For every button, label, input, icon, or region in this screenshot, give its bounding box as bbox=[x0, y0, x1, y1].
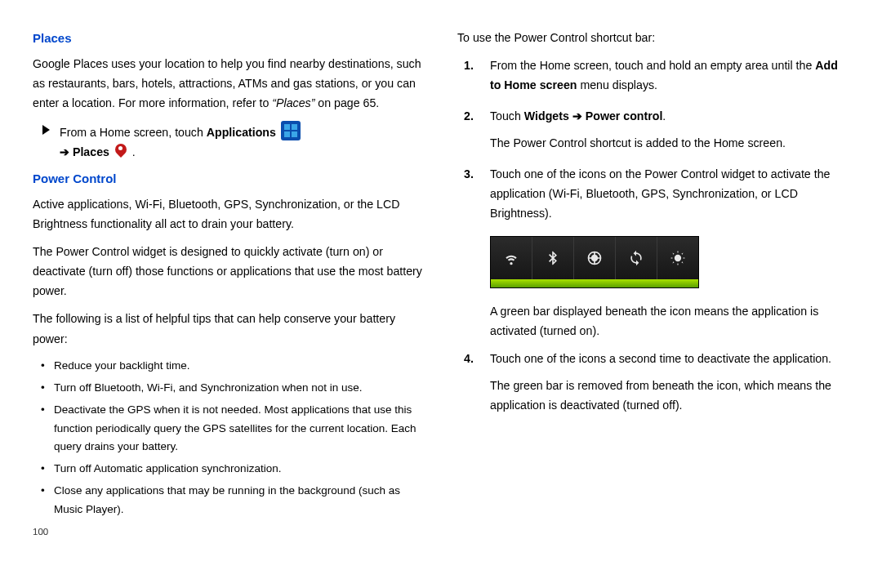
heading-power-control: Power Control bbox=[33, 168, 425, 189]
step-4: 4. Touch one of the icons a second time … bbox=[457, 349, 849, 414]
right-column: To use the Power Control shortcut bar: 1… bbox=[457, 24, 849, 541]
left-column: Places Google Places uses your location … bbox=[33, 24, 425, 541]
page-number: 100 bbox=[33, 524, 425, 541]
step-2: 2. Touch Widgets ➔ Power control. The Po… bbox=[457, 106, 849, 152]
tip-item: Turn off Bluetooth, Wi-Fi, and Synchroni… bbox=[33, 379, 425, 398]
pc-paragraph-3: The following is a list of helpful tips … bbox=[33, 309, 425, 348]
pc-use-intro: To use the Power Control shortcut bar: bbox=[457, 28, 849, 47]
applications-icon bbox=[281, 121, 301, 140]
step-1: 1. From the Home screen, touch and hold … bbox=[457, 56, 849, 95]
tip-item: Deactivate the GPS when it is not needed… bbox=[33, 401, 425, 457]
places-paragraph: Google Places uses your location to help… bbox=[33, 54, 425, 113]
places-step: From a Home screen, touch Applications ➔… bbox=[42, 121, 425, 162]
steps-list: 1. From the Home screen, touch and hold … bbox=[457, 56, 849, 223]
bluetooth-toggle[interactable] bbox=[532, 237, 574, 279]
sync-toggle[interactable] bbox=[616, 237, 657, 279]
heading-places: Places bbox=[33, 28, 425, 49]
brightness-toggle[interactable] bbox=[657, 237, 698, 279]
tips-list: Reduce your backlight time. Turn off Blu… bbox=[33, 357, 425, 520]
tip-item: Close any applications that may be runni… bbox=[33, 482, 425, 519]
gps-toggle[interactable] bbox=[574, 237, 616, 279]
step-3-note: A green bar displayed beneath the icon m… bbox=[490, 301, 849, 341]
power-control-widget bbox=[490, 236, 699, 288]
step-3: 3. Touch one of the icons on the Power C… bbox=[457, 164, 849, 223]
tip-item: Turn off Automatic application synchroni… bbox=[33, 460, 425, 479]
bluetooth-icon bbox=[545, 250, 561, 266]
step-2-note: The Power Control shortcut is added to t… bbox=[490, 133, 849, 153]
gps-icon bbox=[586, 250, 603, 266]
step-4-note: The green bar is removed from beneath th… bbox=[490, 376, 849, 415]
step-bullet-icon bbox=[42, 125, 50, 135]
wifi-toggle[interactable] bbox=[491, 237, 532, 279]
tip-item: Reduce your backlight time. bbox=[33, 357, 425, 376]
steps-list-continued: 4. Touch one of the icons a second time … bbox=[457, 349, 849, 414]
sync-icon bbox=[628, 250, 644, 266]
pc-paragraph-2: The Power Control widget is designed to … bbox=[33, 242, 425, 301]
pc-paragraph-1: Active applications, Wi-Fi, Bluetooth, G… bbox=[33, 194, 425, 234]
places-pin-icon bbox=[114, 143, 127, 159]
active-indicator-bar bbox=[491, 279, 698, 287]
wifi-icon bbox=[503, 250, 519, 266]
brightness-icon bbox=[670, 250, 686, 266]
